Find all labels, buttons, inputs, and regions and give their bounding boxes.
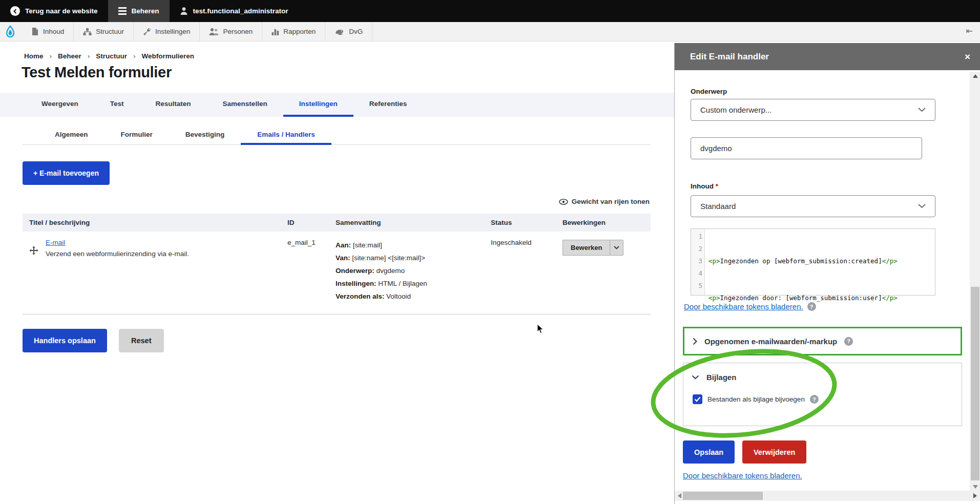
breadcrumb-beheer[interactable]: Beheer <box>58 52 81 60</box>
tab-resultaten[interactable]: Resultaten <box>140 93 207 117</box>
breadcrumb-separator: › <box>88 52 90 60</box>
required-mark: * <box>716 182 718 190</box>
tab-instellingen[interactable]: Instellingen <box>283 93 353 117</box>
browse-tokens-link-bottom[interactable]: Door beschikbare tokens bladeren. <box>683 471 802 480</box>
panel-header: Edit E-mail handler × <box>675 43 980 70</box>
check-icon <box>694 396 701 402</box>
row-weights-label: Gewicht van rijen tonen <box>572 198 650 205</box>
scroll-up-arrow[interactable] <box>970 72 980 80</box>
scroll-down-arrow[interactable] <box>970 482 980 491</box>
handler-summary: Aan: [site:mail] Van: [site:name] <[site… <box>329 239 484 303</box>
edit-dropdown-toggle[interactable] <box>610 240 623 256</box>
subject-custom-input[interactable]: dvgdemo <box>691 137 922 159</box>
breadcrumb-separator: › <box>50 52 52 60</box>
menu-item-label: Rapporten <box>283 28 316 35</box>
edit-dropbutton: Bewerken <box>562 240 651 256</box>
menu-item-structuur[interactable]: Structuur <box>74 22 134 41</box>
scroll-right-arrow[interactable] <box>970 491 979 501</box>
wrench-icon <box>143 28 151 36</box>
code-line-numbers: 1 2 3 4 5 <box>691 229 705 295</box>
horizontal-scroll-thumb[interactable] <box>683 492 763 500</box>
help-icon[interactable]: ? <box>844 337 853 346</box>
subtab-formulier[interactable]: Formulier <box>105 126 169 145</box>
menu-item-label: Inhoud <box>43 28 64 35</box>
breadcrumb-home[interactable]: Home <box>24 52 44 60</box>
table-header-row: Titel / beschrijving ID Samenvatting Sta… <box>23 214 651 232</box>
subtab-algemeen[interactable]: Algemeen <box>38 126 105 145</box>
col-id: ID <box>281 219 329 226</box>
user-icon <box>180 7 188 15</box>
panel-save-button[interactable]: Opslaan <box>683 440 735 464</box>
included-values-section[interactable]: Opgenomen e-mailwaarden/-markup ? <box>683 327 962 355</box>
user-account-button[interactable]: test.functional_administrator <box>170 0 299 22</box>
save-handlers-button[interactable]: Handlers opslaan <box>23 329 107 352</box>
breadcrumb-webformulieren[interactable]: Webformulieren <box>142 52 195 60</box>
tab-referenties[interactable]: Referenties <box>353 93 423 117</box>
attach-files-label: Bestanden als bijlage bijvoegen <box>707 395 805 403</box>
tab-samenstellen[interactable]: Samenstellen <box>207 93 283 117</box>
drupal-admin-page: Terug naar de website Beheren test.funct… <box>0 0 980 504</box>
body-code-editor[interactable]: 1 2 3 4 5 <p>Ingezonden op [webform_subm… <box>691 228 935 296</box>
back-to-site-button[interactable]: Terug naar de website <box>0 0 108 22</box>
document-icon <box>31 27 39 36</box>
chevron-down-icon <box>918 204 926 208</box>
primary-tabs: Weergeven Test Resultaten Samenstellen I… <box>0 93 674 117</box>
menu-item-inhoud[interactable]: Inhoud <box>22 22 74 41</box>
panel-title: Edit E-mail handler <box>690 52 769 62</box>
chevron-right-icon <box>693 338 697 345</box>
vertical-scroll-thumb[interactable] <box>971 287 979 480</box>
reset-button[interactable]: Reset <box>119 329 164 352</box>
attachments-summary[interactable]: Bijlagen <box>683 363 962 382</box>
manage-label: Beheren <box>132 7 159 15</box>
menu-item-personen[interactable]: Personen <box>200 22 262 41</box>
tab-test[interactable]: Test <box>94 93 140 117</box>
drag-handle-icon[interactable] <box>29 246 38 303</box>
add-email-button[interactable]: + E-mail toevoegen <box>23 161 110 185</box>
col-status: Status <box>484 219 556 226</box>
help-icon[interactable]: ? <box>807 302 816 311</box>
attachments-label: Bijlagen <box>706 373 736 382</box>
subtab-emails-handlers[interactable]: Emails / Handlers <box>241 126 331 145</box>
chevron-down-icon <box>692 375 699 380</box>
page-title: Test Melden formulier <box>22 64 172 81</box>
breadcrumb: Home › Beheer › Structuur › Webformulier… <box>24 52 194 60</box>
handler-id: e_mail_1 <box>281 239 329 303</box>
handler-status: Ingeschakeld <box>484 239 556 303</box>
panel-horizontal-scrollbar[interactable] <box>675 491 980 501</box>
edit-button[interactable]: Bewerken <box>562 240 610 256</box>
drupal-logo[interactable] <box>0 22 22 41</box>
panel-vertical-scrollbar[interactable] <box>970 72 980 491</box>
collapse-toolbar-icon[interactable]: ⇤ <box>966 26 973 36</box>
body-select[interactable]: Standaard <box>691 195 935 217</box>
col-operations: Bewerkingen <box>556 219 651 226</box>
show-row-weights-link[interactable]: Gewicht van rijen tonen <box>559 198 650 205</box>
col-title: Titel / beschrijving <box>23 219 281 226</box>
edit-handler-panel: Edit E-mail handler × Onderwerp Custom o… <box>674 43 980 504</box>
subtab-bevestiging[interactable]: Bevestiging <box>169 126 241 145</box>
breadcrumb-structuur[interactable]: Structuur <box>96 52 127 60</box>
menu-item-instellingen[interactable]: Instellingen <box>134 22 200 41</box>
user-name-label: test.functional_administrator <box>193 7 288 15</box>
menu-item-rapporten[interactable]: Rapporten <box>262 22 325 41</box>
help-icon[interactable]: ? <box>810 395 819 404</box>
col-summary: Samenvatting <box>329 219 484 226</box>
subject-label: Onderwerp <box>691 88 727 95</box>
table-row: E-mail Verzend een webformulierinzending… <box>23 232 651 314</box>
menu-item-label: DvG <box>349 28 363 35</box>
subject-input-value: dvgdemo <box>700 144 732 153</box>
chevron-down-icon <box>614 246 619 249</box>
browse-tokens-link[interactable]: Door beschikbare tokens bladeren. <box>684 302 803 311</box>
menu-item-label: Instellingen <box>155 28 190 35</box>
close-icon[interactable]: × <box>965 51 970 62</box>
handler-title-link[interactable]: E-mail <box>46 239 65 246</box>
main-content: Home › Beheer › Structuur › Webformulier… <box>0 41 674 504</box>
subject-select[interactable]: Custom onderwerp... <box>691 99 935 121</box>
panel-delete-button[interactable]: Verwijderen <box>742 440 806 464</box>
chevron-down-icon <box>918 108 926 112</box>
tab-weergeven[interactable]: Weergeven <box>26 93 94 117</box>
hamburger-icon <box>118 7 127 15</box>
manage-menu-button[interactable]: Beheren <box>108 0 170 22</box>
eye-icon <box>559 199 568 205</box>
attach-files-checkbox[interactable] <box>693 394 702 404</box>
menu-item-dvg[interactable]: DvG <box>325 22 372 41</box>
